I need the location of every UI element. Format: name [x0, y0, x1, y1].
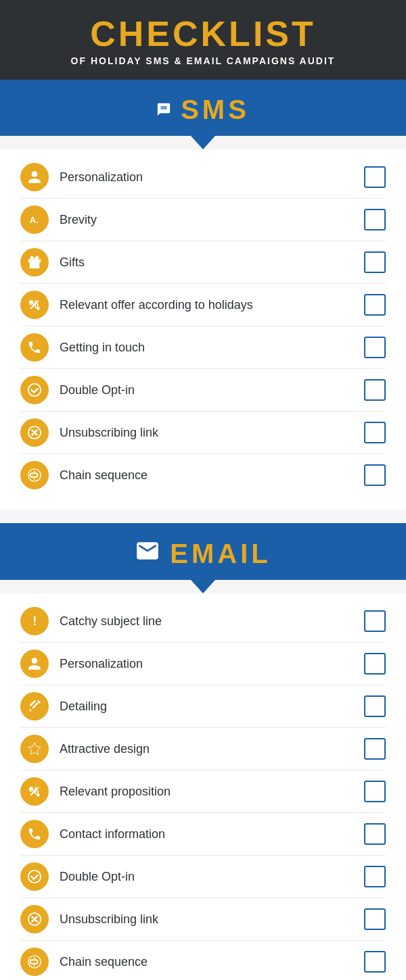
person-icon — [20, 163, 49, 191]
svg-point-5 — [28, 384, 41, 396]
item-label-catchy-subject: Catchy subject line — [60, 614, 364, 629]
item-label-relevant-offer: Relevant offer according to holidays — [60, 298, 364, 312]
sms-section-title: SMS — [181, 95, 250, 125]
checkbox-double-opt-in[interactable] — [364, 866, 386, 887]
item-label-chain-sequence: Chain sequence — [60, 955, 364, 969]
phone-icon — [20, 333, 49, 362]
list-item: Personalization — [20, 156, 386, 199]
checkbox-detailing[interactable] — [364, 695, 386, 717]
list-item: Unsubscribing link — [20, 898, 386, 941]
item-label-relevant-proposition: Relevant proposition — [60, 785, 364, 799]
list-item: Double Opt-in — [20, 369, 386, 412]
item-label-personalization: Personalization — [60, 657, 364, 671]
item-label-getting-in-touch: Getting in touch — [60, 341, 364, 355]
item-label-brevity: Brevity — [60, 213, 364, 227]
item-label-unsubscribing-link: Unsubscribing link — [60, 912, 364, 927]
email-section-banner: EMAIL — [0, 523, 406, 580]
svg-text:!: ! — [32, 614, 37, 628]
checkbox-double-opt-in[interactable] — [364, 379, 386, 401]
svg-point-1 — [163, 109, 164, 110]
checkbox-relevant-offer[interactable] — [364, 294, 386, 316]
detailing-icon — [20, 692, 49, 720]
email-pointer — [191, 580, 215, 593]
chain-icon — [20, 948, 49, 976]
item-label-personalization: Personalization — [60, 170, 364, 185]
sms-icon — [156, 97, 171, 122]
exclamation-icon: ! — [20, 607, 49, 635]
item-label-detailing: Detailing — [60, 700, 364, 714]
list-item: Unsubscribing link — [20, 412, 386, 454]
star-icon — [20, 735, 49, 763]
item-label-unsubscribing-link: Unsubscribing link — [60, 426, 364, 440]
chain-icon — [20, 461, 49, 489]
list-item: Getting in touch — [20, 326, 386, 369]
item-label-gifts: Gifts — [60, 255, 364, 270]
checkbox-contact-information[interactable] — [364, 823, 386, 845]
checkbox-brevity[interactable] — [364, 209, 386, 230]
checkbox-getting-in-touch[interactable] — [364, 337, 386, 358]
item-label-contact-information: Contact information — [60, 827, 364, 841]
sms-pointer — [191, 136, 215, 149]
list-item: Detailing — [20, 685, 386, 728]
email-icon — [135, 538, 160, 569]
list-item: %Relevant offer according to holidays — [20, 284, 386, 326]
item-label-double-opt-in: Double Opt-in — [60, 383, 364, 397]
gift-icon — [20, 248, 49, 276]
person-icon — [20, 650, 49, 678]
list-item: Contact information — [20, 813, 386, 856]
page-header: CHECKLIST OF HOLIDAY SMS & EMAIL CAMPAIG… — [0, 0, 406, 80]
check-icon — [20, 376, 49, 404]
xmark-icon — [20, 905, 49, 933]
email-checklist: !Catchy subject linePersonalizationDetai… — [0, 593, 406, 980]
checkbox-gifts[interactable] — [364, 251, 386, 273]
checkbox-chain-sequence[interactable] — [364, 951, 386, 973]
page-subtitle: OF HOLIDAY SMS & EMAIL CAMPAIGNS AUDIT — [14, 55, 392, 66]
checkbox-unsubscribing-link[interactable] — [364, 908, 386, 930]
list-item: Gifts — [20, 241, 386, 284]
svg-point-12 — [28, 871, 41, 883]
sms-section-banner: SMS — [0, 80, 406, 136]
checkbox-personalization[interactable] — [364, 166, 386, 188]
page-title: CHECKLIST — [14, 16, 392, 51]
list-item: %Relevant proposition — [20, 770, 386, 813]
checkbox-attractive-design[interactable] — [364, 738, 386, 760]
svg-text:%: % — [29, 298, 39, 310]
email-section-title: EMAIL — [170, 539, 271, 569]
check-icon — [20, 862, 49, 891]
svg-text:%: % — [29, 785, 39, 797]
item-label-chain-sequence: Chain sequence — [60, 468, 364, 483]
text-icon: A. — [20, 205, 49, 234]
list-item: Attractive design — [20, 728, 386, 770]
checkbox-personalization[interactable] — [364, 653, 386, 675]
checkbox-chain-sequence[interactable] — [364, 464, 386, 486]
sms-checklist: PersonalizationA.BrevityGifts%Relevant o… — [0, 149, 406, 510]
svg-point-2 — [166, 109, 167, 110]
svg-point-0 — [160, 109, 162, 110]
percent-icon: % — [20, 777, 49, 806]
list-item: Chain sequence — [20, 941, 386, 980]
phone-icon — [20, 820, 49, 848]
item-label-double-opt-in: Double Opt-in — [60, 870, 364, 884]
svg-text:A.: A. — [30, 215, 39, 225]
list-item: Personalization — [20, 643, 386, 685]
list-item: Chain sequence — [20, 454, 386, 496]
xmark-icon — [20, 418, 49, 447]
checkbox-unsubscribing-link[interactable] — [364, 422, 386, 443]
item-label-attractive-design: Attractive design — [60, 742, 364, 756]
list-item: !Catchy subject line — [20, 600, 386, 643]
checkbox-relevant-proposition[interactable] — [364, 781, 386, 802]
list-item: Double Opt-in — [20, 856, 386, 898]
checkbox-catchy-subject[interactable] — [364, 610, 386, 632]
percent-icon: % — [20, 291, 49, 319]
list-item: A.Brevity — [20, 199, 386, 241]
